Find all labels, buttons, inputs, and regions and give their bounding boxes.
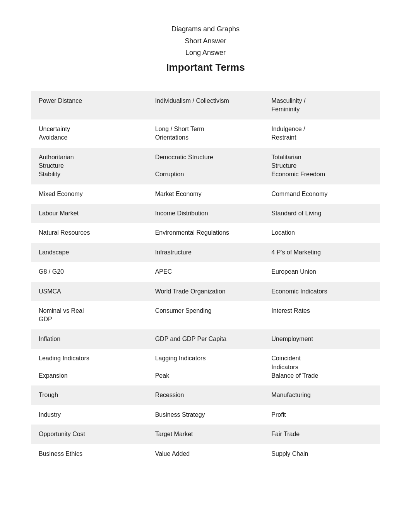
table-cell: Nominal vs RealGDP bbox=[31, 301, 147, 329]
table-cell: Labour Market bbox=[31, 204, 147, 223]
table-cell: Masculinity /Femininity bbox=[264, 91, 380, 119]
table-cell: Income Distribution bbox=[147, 204, 264, 223]
table-cell: Leading IndicatorsExpansion bbox=[31, 349, 147, 385]
header-line3: Long Answer bbox=[31, 47, 380, 59]
page-title: Important Terms bbox=[31, 59, 380, 76]
table-cell: Standard of Living bbox=[264, 204, 380, 223]
table-cell: Fair Trade bbox=[264, 425, 380, 444]
terms-table: Power DistanceIndividualism / Collectivi… bbox=[31, 91, 380, 464]
table-row: IndustryBusiness StrategyProfit bbox=[31, 405, 380, 425]
table-cell: Command Economy bbox=[264, 184, 380, 204]
header-line1: Diagrams and Graphs bbox=[31, 23, 380, 35]
table-row: USMCAWorld Trade OrganizationEconomic In… bbox=[31, 282, 380, 301]
table-cell: Indulgence /Restraint bbox=[264, 119, 380, 148]
table-row: Natural ResourcesEnvironmental Regulatio… bbox=[31, 223, 380, 242]
table-cell: European Union bbox=[264, 262, 380, 281]
header-line2: Short Answer bbox=[31, 35, 380, 47]
table-row: Mixed EconomyMarket EconomyCommand Econo… bbox=[31, 184, 380, 204]
table-row: Power DistanceIndividualism / Collectivi… bbox=[31, 91, 380, 119]
table-cell: Interest Rates bbox=[264, 301, 380, 329]
table-cell: TotalitarianStructureEconomic Freedom bbox=[264, 148, 380, 184]
table-cell: Landscape bbox=[31, 243, 147, 262]
table-cell: Profit bbox=[264, 405, 380, 425]
table-cell: Manufacturing bbox=[264, 385, 380, 405]
table-cell: Unemployment bbox=[264, 329, 380, 349]
page-header: Diagrams and Graphs Short Answer Long An… bbox=[31, 23, 380, 76]
table-row: TroughRecessionManufacturing bbox=[31, 385, 380, 405]
table-cell: Recession bbox=[147, 385, 264, 405]
table-cell: G8 / G20 bbox=[31, 262, 147, 281]
table-cell: Natural Resources bbox=[31, 223, 147, 242]
table-cell: World Trade Organization bbox=[147, 282, 264, 301]
table-cell: Long / Short TermOrientations bbox=[147, 119, 264, 148]
table-row: Business EthicsValue AddedSupply Chain bbox=[31, 444, 380, 464]
table-cell: Individualism / Collectivism bbox=[147, 91, 264, 119]
table-cell: Business Ethics bbox=[31, 444, 147, 464]
table-cell: Mixed Economy bbox=[31, 184, 147, 204]
table-cell: Value Added bbox=[147, 444, 264, 464]
table-cell: Industry bbox=[31, 405, 147, 425]
table-row: UncertaintyAvoidanceLong / Short TermOri… bbox=[31, 119, 380, 148]
table-cell: Democratic StructureCorruption bbox=[147, 148, 264, 184]
table-cell: USMCA bbox=[31, 282, 147, 301]
table-cell: Trough bbox=[31, 385, 147, 405]
table-cell: Location bbox=[264, 223, 380, 242]
table-cell: Target Market bbox=[147, 425, 264, 444]
table-cell: APEC bbox=[147, 262, 264, 281]
table-row: InflationGDP and GDP Per CapitaUnemploym… bbox=[31, 329, 380, 349]
table-cell: UncertaintyAvoidance bbox=[31, 119, 147, 148]
table-cell: Lagging IndicatorsPeak bbox=[147, 349, 264, 385]
table-row: LandscapeInfrastructure4 P's of Marketin… bbox=[31, 243, 380, 262]
table-cell: Power Distance bbox=[31, 91, 147, 119]
table-cell: GDP and GDP Per Capita bbox=[147, 329, 264, 349]
table-cell: Economic Indicators bbox=[264, 282, 380, 301]
table-cell: Supply Chain bbox=[264, 444, 380, 464]
table-row: Opportunity CostTarget MarketFair Trade bbox=[31, 425, 380, 444]
table-cell: Inflation bbox=[31, 329, 147, 349]
table-cell: AuthoritarianStructureStability bbox=[31, 148, 147, 184]
table-row: Labour MarketIncome DistributionStandard… bbox=[31, 204, 380, 223]
table-cell: Consumer Spending bbox=[147, 301, 264, 329]
table-row: Nominal vs RealGDPConsumer SpendingInter… bbox=[31, 301, 380, 329]
table-cell: Environmental Regulations bbox=[147, 223, 264, 242]
table-cell: Opportunity Cost bbox=[31, 425, 147, 444]
table-cell: Market Economy bbox=[147, 184, 264, 204]
table-row: AuthoritarianStructureStabilityDemocrati… bbox=[31, 148, 380, 184]
table-cell: Infrastructure bbox=[147, 243, 264, 262]
table-cell: 4 P's of Marketing bbox=[264, 243, 380, 262]
table-cell: Business Strategy bbox=[147, 405, 264, 425]
table-row: G8 / G20APECEuropean Union bbox=[31, 262, 380, 281]
table-cell: CoincidentIndicatorsBalance of Trade bbox=[264, 349, 380, 385]
table-row: Leading IndicatorsExpansionLagging Indic… bbox=[31, 349, 380, 385]
